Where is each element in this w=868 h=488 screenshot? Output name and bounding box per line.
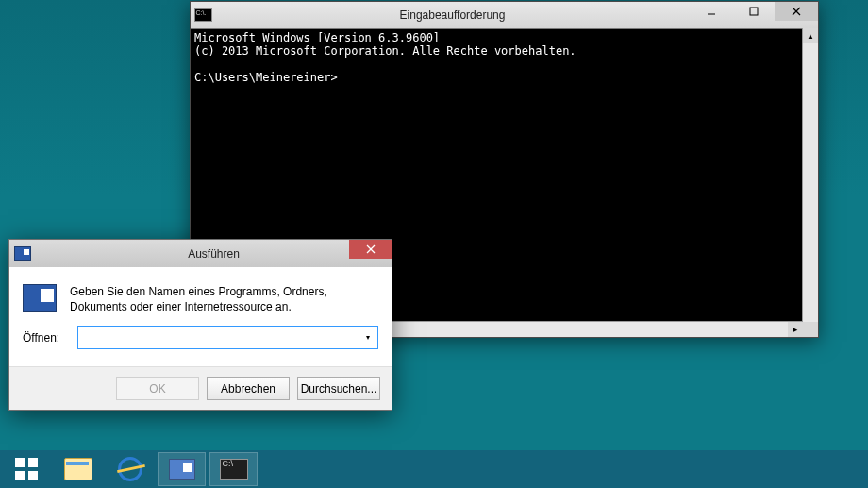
scroll-right-icon[interactable]: ► [788,322,803,337]
taskbar-command-prompt[interactable]: C:\ [208,450,259,488]
run-close-button[interactable] [349,240,392,259]
scroll-up-icon[interactable]: ▲ [803,28,818,43]
command-prompt-icon: C:\. [191,2,215,28]
open-input[interactable]: ▾ [77,326,378,349]
taskbar-explorer[interactable] [52,450,104,488]
vertical-scrollbar[interactable]: ▲ ▼ [802,28,818,337]
cancel-button[interactable]: Abbrechen [207,377,290,400]
close-button[interactable] [775,2,818,21]
open-label: Öffnen: [23,331,68,345]
start-button[interactable] [0,450,52,488]
run-dialog: Ausführen Geben Sie den Namen eines Prog… [8,239,392,411]
maximize-button[interactable] [732,2,775,21]
taskbar: C:\ [0,450,868,488]
run-title-icon [9,246,36,261]
taskbar-internet-explorer[interactable] [104,450,156,488]
folder-icon [64,458,92,480]
windows-logo-icon [15,458,38,480]
minimize-button[interactable] [690,2,732,21]
dropdown-arrow-icon[interactable]: ▾ [360,329,376,345]
run-titlebar[interactable]: Ausführen [9,240,392,267]
ie-icon [118,457,142,481]
run-icon [169,459,195,480]
run-description: Geben Sie den Namen eines Programms, Ord… [70,284,378,314]
browse-button[interactable]: Durchsuchen... [297,377,380,400]
run-program-icon [23,284,57,312]
taskbar-run[interactable] [156,450,208,488]
svg-rect-1 [750,8,758,15]
ok-button[interactable]: OK [116,377,199,400]
run-title: Ausführen [36,247,392,261]
command-prompt-titlebar[interactable]: C:\. Eingabeaufforderung [191,2,818,29]
command-prompt-title: Eingabeaufforderung [215,8,690,22]
terminal-icon: C:\ [220,459,248,480]
resize-grip[interactable] [803,322,818,337]
